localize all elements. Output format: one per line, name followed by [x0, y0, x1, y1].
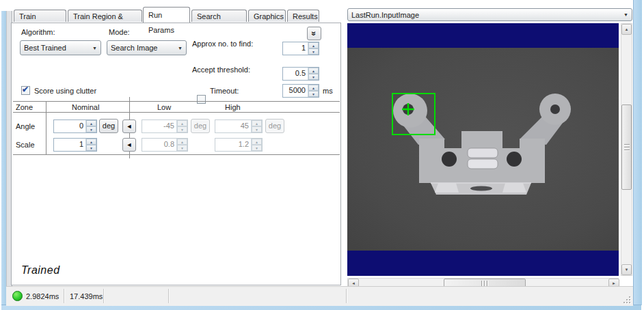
- scale-nominal-spinner[interactable]: 1 ▲▼: [53, 138, 97, 152]
- spin-down-icon[interactable]: ▼: [308, 48, 319, 55]
- algorithm-select[interactable]: Best Trained ▼: [20, 40, 101, 55]
- tab-run-params[interactable]: Run Params: [143, 7, 190, 23]
- tab-label: Results: [293, 12, 318, 20]
- body-hole-right: [507, 152, 522, 167]
- mode-select[interactable]: Search Image ▼: [107, 40, 187, 55]
- angle-row-label: Angle: [16, 122, 35, 130]
- vision-tool-window: Train Params Train Region & Origin Run P…: [0, 0, 644, 310]
- angle-low-spinner: -45 ▲▼: [142, 119, 188, 133]
- bracket-image: [347, 48, 619, 251]
- scale-copy-left-button[interactable]: ◄: [122, 138, 136, 152]
- thumb-grip-icon: [481, 281, 488, 286]
- tab-label: Run Params: [148, 11, 174, 34]
- record-selector-value: LastRun.InputImage: [351, 11, 419, 19]
- check-icon: ✔: [22, 85, 29, 94]
- score-clutter-label: Score using clutter: [34, 87, 96, 95]
- spin-up-icon: ▲: [252, 120, 262, 126]
- status-time-tool: 17.439ms: [70, 292, 103, 300]
- angle-nominal-value: 0: [54, 120, 85, 132]
- scale-nominal-value: 1: [54, 139, 85, 151]
- arrow-up-icon: ▲: [625, 27, 629, 31]
- score-clutter-checkbox[interactable]: ✔: [21, 86, 30, 95]
- table-line-header: [13, 112, 340, 113]
- spin-down-icon[interactable]: ▼: [86, 126, 96, 132]
- tab-search-region[interactable]: Search Region: [191, 10, 247, 22]
- scale-high-value: 1.2: [215, 139, 251, 151]
- right-ear-hole: [550, 104, 560, 114]
- spin-up-icon[interactable]: ▲: [308, 85, 319, 91]
- timeout-spinner[interactable]: 5000 ▲▼: [282, 84, 319, 98]
- spin-down-icon: ▼: [252, 126, 262, 132]
- approx-count-value: 1: [283, 42, 308, 55]
- scale-low-value: 0.8: [142, 139, 176, 151]
- image-letterbox-bottom: [347, 251, 619, 276]
- spin-up-icon[interactable]: ▲: [308, 68, 319, 74]
- approx-count-label: Approx no. to find:: [192, 40, 253, 48]
- status-time-total: 2.9824ms: [26, 292, 59, 300]
- image-letterbox-top: [347, 23, 619, 48]
- tab-train-params[interactable]: Train Params: [14, 10, 66, 22]
- algorithm-label: Algorithm:: [21, 28, 55, 36]
- angle-low-value: -45: [142, 120, 176, 132]
- window-border-right: [633, 0, 642, 305]
- tab-train-region-origin[interactable]: Train Region & Origin: [68, 10, 142, 22]
- resize-grip-icon[interactable]: [623, 296, 630, 303]
- angle-high-unit-button: deg: [265, 119, 284, 133]
- angle-unit-button[interactable]: deg: [99, 119, 118, 133]
- status-led-icon: [12, 291, 23, 301]
- low-header: Low: [157, 103, 171, 111]
- scroll-down-button[interactable]: ▼: [621, 264, 632, 275]
- spin-down-icon: ▼: [177, 126, 187, 132]
- tab-results[interactable]: Results: [287, 10, 319, 22]
- arrow-left-icon: ◄: [126, 123, 133, 130]
- angle-copy-left-button[interactable]: ◄: [122, 119, 136, 133]
- accept-threshold-label: Accept threshold:: [192, 66, 250, 74]
- collapse-button[interactable]: »: [307, 27, 321, 40]
- status-separator: [64, 289, 65, 303]
- angle-high-value: 45: [215, 120, 251, 132]
- table-line-top: [13, 101, 340, 102]
- spin-up-icon: ▲: [177, 120, 187, 126]
- chevron-down-icon: ▼: [623, 12, 628, 17]
- record-selector[interactable]: LastRun.InputImage ▼: [347, 8, 632, 21]
- scale-high-spinner: 1.2 ▲▼: [215, 138, 263, 152]
- image-display[interactable]: [347, 48, 619, 251]
- approx-count-spinner[interactable]: 1 ▲▼: [282, 42, 319, 55]
- scale-row-label: Scale: [16, 141, 35, 149]
- angle-low-unit-button: deg: [191, 119, 210, 133]
- trained-state-label: Trained: [21, 264, 60, 277]
- mode-value: Search Image: [111, 44, 157, 52]
- angle-nominal-spinner[interactable]: 0 ▲▼: [53, 119, 97, 133]
- vertical-scrollbar[interactable]: ▲ ▼: [621, 23, 632, 276]
- tab-graphics[interactable]: Graphics: [248, 10, 286, 22]
- spin-up-icon[interactable]: ▲: [86, 120, 96, 126]
- chevron-down-icon: ▼: [178, 46, 183, 51]
- timeout-label: Timeout:: [210, 87, 239, 95]
- zone-header: Zone: [16, 103, 33, 111]
- double-chevron-icon: »: [310, 31, 319, 36]
- spin-up-icon: ▲: [252, 139, 262, 145]
- spin-down-icon: ▼: [252, 145, 262, 151]
- spin-up-icon[interactable]: ▲: [86, 139, 96, 145]
- spin-up-icon[interactable]: ▲: [308, 42, 319, 48]
- spin-down-icon[interactable]: ▼: [308, 91, 319, 97]
- timeout-checkbox[interactable]: [197, 95, 206, 104]
- arrow-left-icon: ◄: [126, 141, 133, 148]
- spin-down-icon: ▼: [177, 145, 187, 151]
- tab-label: Graphics: [254, 12, 284, 20]
- vertical-scroll-thumb[interactable]: [621, 104, 632, 190]
- spin-down-icon[interactable]: ▼: [86, 145, 96, 151]
- spin-up-icon: ▲: [177, 139, 187, 145]
- status-bar: 2.9824ms 17.439ms: [6, 286, 633, 306]
- body-hole-left: [442, 152, 457, 167]
- high-header: High: [225, 103, 241, 111]
- timeout-unit-label: ms: [323, 87, 333, 95]
- scroll-up-button[interactable]: ▲: [621, 24, 632, 35]
- angle-high-spinner: 45 ▲▼: [215, 119, 263, 133]
- algorithm-value: Best Trained: [24, 44, 66, 52]
- accept-threshold-spinner[interactable]: 0.5 ▲▼: [282, 67, 319, 81]
- chevron-down-icon: ▼: [92, 46, 97, 51]
- status-separator: [103, 289, 105, 303]
- spin-down-icon[interactable]: ▼: [308, 74, 319, 80]
- table-divider-zone: [46, 101, 46, 154]
